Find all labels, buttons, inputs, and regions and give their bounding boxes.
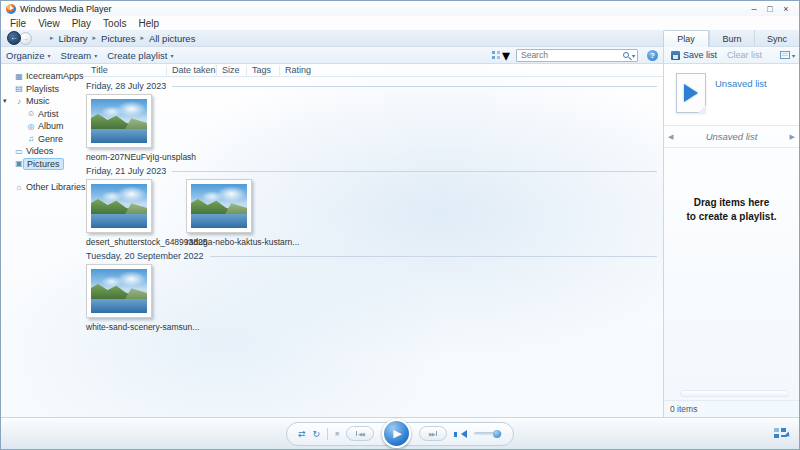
picture-thumbnail[interactable] [86, 264, 152, 318]
list-options-button[interactable]: ▾ [780, 51, 795, 59]
date-group-header[interactable]: Tuesday, 20 September 2022 [81, 250, 663, 262]
breadcrumb-pictures[interactable]: Pictures [100, 33, 136, 44]
navigation-sidebar: ▦ IcecreamApps ▤ Playlists ▾ ♪ Music ☺ A… [1, 64, 81, 417]
picture-thumbnail[interactable] [86, 179, 152, 233]
shuffle-button[interactable]: ⇄ [298, 429, 306, 439]
column-title[interactable]: Title [81, 65, 166, 76]
playback-controls: ⇄ ↻ ■ ◀◀ ▶ ▶▶ [286, 422, 514, 446]
view-options-button[interactable]: ▾ [492, 46, 510, 65]
minimize-button[interactable]: – [746, 4, 762, 14]
picture-thumbnail[interactable] [186, 179, 252, 233]
artist-icon: ☺ [26, 109, 36, 118]
volume-knob[interactable] [493, 430, 501, 438]
save-list-button[interactable]: Save list [683, 50, 717, 60]
breadcrumb-all-pictures[interactable]: All pictures [148, 33, 196, 44]
album-icon: ◎ [26, 122, 36, 131]
picture-filename: desert_shutterstock_648993825 [86, 237, 152, 247]
picture-item[interactable]: neom-207NEuFvjIg-unsplash [86, 94, 152, 162]
picture-item[interactable]: white-sand-scenery-samsun... [86, 264, 152, 332]
stream-button[interactable]: Stream ▾ [56, 50, 103, 61]
picture-filename: raduga-nebo-kaktus-kustarn... [186, 237, 252, 247]
switch-to-now-playing-button[interactable] [774, 428, 788, 440]
column-rating[interactable]: Rating [279, 65, 324, 76]
drag-hint-line2: to create a playlist. [686, 210, 776, 224]
playback-bar: ⇄ ↻ ■ ◀◀ ▶ ▶▶ [1, 417, 799, 449]
maximize-button[interactable]: □ [762, 4, 778, 14]
stop-button[interactable]: ■ [335, 430, 339, 437]
next-button[interactable]: ▶▶ [419, 426, 447, 441]
menu-tools[interactable]: Tools [97, 18, 132, 29]
volume-slider[interactable] [474, 432, 502, 435]
previous-button[interactable]: ◀◀ [346, 426, 374, 441]
sidebar-item-user-library[interactable]: ▦ IcecreamApps [1, 70, 81, 83]
sidebar-item-playlists[interactable]: ▤ Playlists [1, 83, 81, 96]
menu-help[interactable]: Help [132, 18, 165, 29]
column-date-taken[interactable]: Date taken [166, 65, 216, 76]
play-button[interactable]: ▶ [382, 419, 411, 448]
picture-filename: neom-207NEuFvjIg-unsplash [86, 152, 152, 162]
list-options-icon [780, 51, 790, 59]
next-icon: ▶▶ [429, 431, 435, 437]
panel-scrollbar[interactable] [680, 390, 789, 397]
menu-file[interactable]: File [4, 18, 32, 29]
help-icon[interactable]: ? [647, 50, 658, 61]
tab-burn[interactable]: Burn [709, 30, 754, 47]
search-input[interactable] [521, 50, 623, 60]
clear-list-button[interactable]: Clear list [727, 50, 762, 60]
picture-list: Title Date taken Size Tags Rating Friday… [81, 64, 663, 417]
next-list-icon[interactable]: ▶ [786, 133, 799, 141]
drag-hint-line1: Drag items here [694, 196, 770, 210]
create-playlist-button[interactable]: Create playlist ▾ [102, 50, 178, 61]
column-size[interactable]: Size [216, 65, 246, 76]
date-group-header[interactable]: Friday, 21 July 2023 [81, 165, 663, 177]
back-button[interactable]: ← [7, 31, 21, 45]
sidebar-item-music[interactable]: ▾ ♪ Music [1, 95, 81, 108]
mute-button[interactable] [457, 430, 467, 438]
chevron-down-icon: ▾ [170, 52, 173, 59]
organize-button[interactable]: Organize ▾ [1, 50, 56, 61]
unsaved-list-title[interactable]: Unsaved list [715, 78, 767, 125]
menu-view[interactable]: View [32, 18, 66, 29]
tab-play[interactable]: Play [663, 30, 709, 47]
playlist-drop-zone[interactable]: Drag items here to create a playlist. [664, 148, 799, 390]
sidebar-item-artist[interactable]: ☺ Artist [1, 108, 81, 121]
unsaved-list-icon [676, 73, 706, 113]
search-icon[interactable] [623, 52, 629, 58]
sidebar-item-other-libraries[interactable]: ⌂ Other Libraries [1, 181, 81, 194]
divider [327, 428, 328, 440]
tab-sync[interactable]: Sync [754, 30, 799, 47]
playlists-icon: ▤ [14, 84, 24, 93]
breadcrumb-library[interactable]: Library [58, 33, 89, 44]
picture-thumbnail[interactable] [86, 94, 152, 148]
prev-list-icon[interactable]: ◀ [664, 133, 677, 141]
sidebar-item-videos[interactable]: ▭ Videos [1, 145, 81, 158]
chevron-down-icon: ▾ [48, 52, 51, 59]
wmp-window: Windows Media Player – □ × File View Pla… [0, 0, 800, 450]
playlist-status: 0 items [664, 400, 799, 417]
mode-tabs: Play Burn Sync [663, 30, 799, 47]
breadcrumb: ▸ Library ▸ Pictures ▸ All pictures [46, 33, 196, 44]
tree-expanded-icon[interactable]: ▾ [3, 97, 7, 105]
sidebar-item-pictures[interactable]: ▣ Pictures [1, 158, 81, 171]
sidebar-item-genre[interactable]: ♫ Genre [1, 133, 81, 146]
playlist-title-bar: ◀ Unsaved list ▶ [664, 126, 799, 148]
chevron-down-icon[interactable]: ▾ [632, 52, 635, 59]
save-icon [671, 51, 680, 60]
music-icon: ♪ [14, 97, 24, 106]
column-tags[interactable]: Tags [246, 65, 279, 76]
menu-play[interactable]: Play [66, 18, 97, 29]
picture-item[interactable]: raduga-nebo-kaktus-kustarn... [186, 179, 252, 247]
previous-bar-icon [356, 431, 357, 436]
main-area: ▦ IcecreamApps ▤ Playlists ▾ ♪ Music ☺ A… [1, 64, 799, 417]
chevron-down-icon: ▾ [792, 52, 795, 59]
close-button[interactable]: × [778, 4, 794, 14]
videos-icon: ▭ [14, 147, 24, 156]
date-group-header[interactable]: Friday, 28 July 2023 [81, 80, 663, 92]
view-grid-icon [492, 51, 500, 59]
picture-item[interactable]: desert_shutterstock_648993825 [86, 179, 152, 247]
window-title: Windows Media Player [20, 4, 112, 14]
sidebar-item-album[interactable]: ◎ Album [1, 120, 81, 133]
date-group: Friday, 28 July 2023 neom-207NEuFvjIg-un… [81, 80, 663, 162]
repeat-button[interactable]: ↻ [313, 429, 321, 439]
breadcrumb-arrow-icon: ▸ [136, 34, 148, 42]
